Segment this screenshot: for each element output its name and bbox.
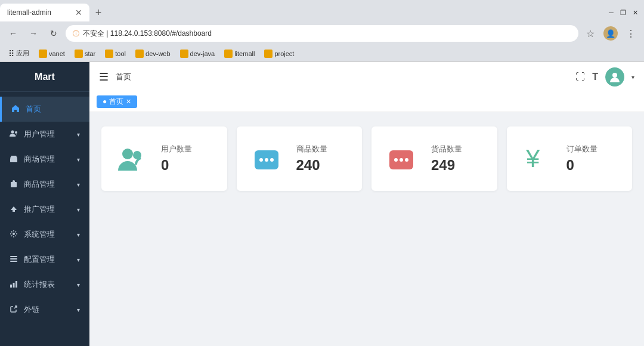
folder-icon — [264, 50, 273, 58]
svg-rect-3 — [13, 159, 15, 162]
bookmark-vanet[interactable]: vanet — [35, 48, 69, 59]
bookmark-litemall[interactable]: litemall — [221, 48, 258, 59]
refresh-button[interactable]: ↻ — [45, 25, 62, 42]
stats-grid: 用户数量 0 商品数量 — [101, 126, 632, 191]
folder-icon — [224, 50, 233, 58]
sidebar-item-config[interactable]: 配置管理 ▾ — [0, 247, 89, 272]
svg-rect-12 — [16, 281, 17, 288]
forward-button[interactable]: → — [25, 25, 42, 42]
topbar-right: ⛶ T ▾ — [575, 67, 634, 86]
address-input[interactable]: ⓘ 不安全 | 118.24.0.153:8080/#/dashboard — [66, 25, 578, 42]
svg-point-0 — [11, 130, 14, 133]
folder-icon — [39, 50, 47, 58]
content-area: 用户数量 0 商品数量 — [89, 112, 644, 346]
sidebar-item-promote-label: 推广管理 — [24, 204, 72, 215]
chevron-down-icon: ▾ — [77, 282, 80, 288]
profile-dropdown-arrow[interactable]: ▾ — [631, 74, 634, 81]
stat-card-goods: 商品数量 240 — [237, 126, 363, 191]
bookmark-devweb-label: dev-web — [145, 50, 171, 57]
bookmark-project[interactable]: project — [261, 48, 298, 59]
hamburger-button[interactable]: ☰ — [99, 70, 109, 84]
svg-point-1 — [15, 131, 17, 134]
svg-rect-11 — [13, 283, 15, 288]
config-icon — [10, 255, 19, 265]
chevron-down-icon: ▾ — [77, 156, 80, 163]
stat-value-products: 249 — [431, 157, 462, 174]
stat-info-orders: 订单数量 0 — [566, 144, 597, 174]
bookmark-star-button[interactable]: ☆ — [582, 25, 599, 42]
profile-button[interactable]: 👤 — [602, 25, 619, 42]
active-tab[interactable]: litemall-admin ✕ — [0, 4, 89, 21]
tab-bar: litemall-admin ✕ + ─ ❐ ✕ — [0, 0, 644, 21]
svg-rect-10 — [10, 285, 12, 288]
sidebar-item-promote[interactable]: 推广管理 ▾ — [0, 197, 89, 222]
back-button[interactable]: ← — [5, 25, 21, 42]
sidebar-logo: Mart — [0, 62, 89, 92]
users-icon-wrap — [113, 141, 149, 177]
avatar[interactable] — [605, 67, 624, 86]
sidebar-item-goods[interactable]: 商品管理 ▾ — [0, 172, 89, 197]
tag-home[interactable]: ● 首页 ✕ — [97, 95, 137, 108]
chevron-down-icon: ▾ — [77, 206, 80, 213]
tag-close-button[interactable]: ✕ — [126, 98, 131, 106]
bookmark-project-label: project — [274, 50, 294, 57]
svg-point-6 — [13, 233, 15, 235]
stat-card-users: 用户数量 0 — [101, 126, 227, 191]
sidebar-item-config-label: 配置管理 — [24, 254, 72, 265]
svg-rect-9 — [10, 261, 17, 262]
bookmark-star[interactable]: star — [71, 48, 99, 59]
bookmark-apps-label: 应用 — [16, 49, 29, 58]
stat-label-users: 用户数量 — [161, 144, 192, 155]
window-controls: ─ ❐ ✕ — [607, 8, 644, 17]
topbar: ☰ 首页 ⛶ T ▾ — [89, 62, 644, 92]
store-icon — [10, 155, 19, 165]
sidebar-item-link[interactable]: 外链 ▾ — [0, 297, 89, 322]
apps-icon: ⠿ — [8, 49, 14, 58]
svg-point-14 — [612, 73, 617, 78]
font-size-button[interactable]: T — [592, 72, 598, 82]
maximize-button[interactable]: ❐ — [619, 8, 627, 17]
sidebar: Mart 首页 用户管理 ▾ 商场管理 ▾ — [0, 62, 89, 346]
bookmark-devjava-label: dev-java — [190, 50, 215, 57]
fullscreen-button[interactable]: ⛶ — [575, 72, 585, 82]
sidebar-item-store[interactable]: 商场管理 ▾ — [0, 147, 89, 172]
minimize-button[interactable]: ─ — [607, 8, 615, 17]
stat-info-users: 用户数量 0 — [161, 144, 192, 174]
tab-title: litemall-admin — [7, 8, 70, 17]
stat-value-orders: 0 — [566, 157, 597, 174]
bookmark-tool[interactable]: tool — [101, 48, 129, 59]
folder-icon — [180, 50, 188, 58]
bookmarks-bar: ⠿ 应用 vanet star tool dev-web dev-java li… — [0, 45, 644, 62]
stat-label-orders: 订单数量 — [566, 144, 597, 155]
chevron-down-icon: ▾ — [77, 257, 80, 263]
sidebar-item-link-label: 外链 — [24, 304, 72, 315]
new-tab-button[interactable]: + — [89, 4, 107, 21]
svg-point-15 — [122, 149, 133, 159]
bookmark-dev-web[interactable]: dev-web — [132, 48, 174, 59]
chevron-down-icon: ▾ — [77, 181, 80, 188]
sidebar-item-home[interactable]: 首页 — [0, 97, 89, 122]
stat-label-products: 货品数量 — [431, 144, 462, 155]
svg-point-23 — [400, 158, 403, 162]
stat-card-products: 货品数量 249 — [371, 126, 497, 191]
address-bar-row: ← → ↻ ⓘ 不安全 | 118.24.0.153:8080/#/dashbo… — [0, 21, 644, 45]
chevron-down-icon: ▾ — [77, 131, 80, 138]
bookmark-dev-java[interactable]: dev-java — [177, 48, 219, 59]
svg-rect-4 — [11, 182, 17, 187]
close-window-button[interactable]: ✕ — [631, 8, 639, 17]
system-icon — [10, 230, 19, 240]
sidebar-item-stats[interactable]: 统计报表 ▾ — [0, 272, 89, 297]
bookmark-apps[interactable]: ⠿ 应用 — [5, 48, 33, 60]
bookmark-star-label: star — [85, 50, 95, 57]
sidebar-item-home-label: 首页 — [26, 104, 80, 115]
sidebar-item-system[interactable]: 系统管理 ▾ — [0, 222, 89, 247]
sidebar-item-store-label: 商场管理 — [24, 154, 72, 165]
svg-point-22 — [394, 158, 398, 162]
svg-text:¥: ¥ — [525, 144, 540, 172]
browser-menu-button[interactable]: ⋮ — [623, 25, 639, 42]
bookmark-tool-label: tool — [115, 50, 126, 57]
tab-close-button[interactable]: ✕ — [75, 8, 82, 17]
sidebar-item-users[interactable]: 用户管理 ▾ — [0, 122, 89, 147]
sidebar-item-system-label: 系统管理 — [24, 229, 72, 240]
chevron-down-icon: ▾ — [77, 307, 80, 313]
